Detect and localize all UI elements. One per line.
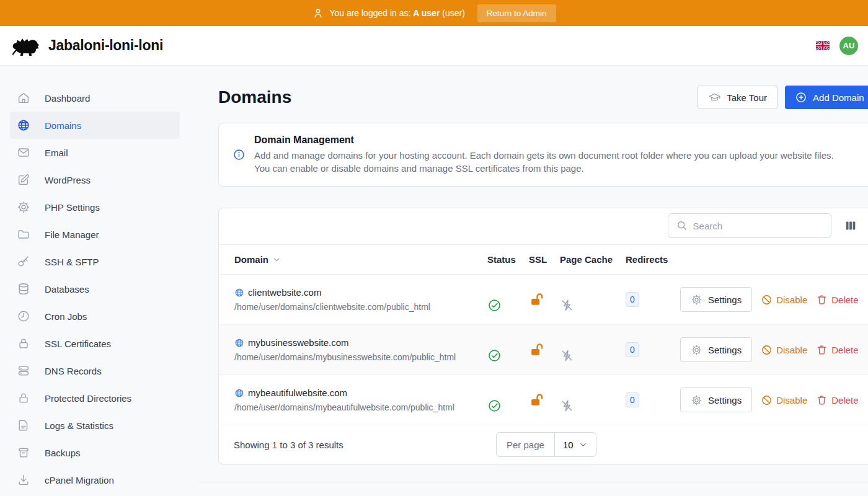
sidebar-item-cron-jobs[interactable]: Cron Jobs — [10, 303, 180, 330]
globe-icon — [17, 118, 30, 132]
section-divider — [198, 482, 868, 482]
disable-button[interactable]: Disable — [761, 344, 807, 356]
sidebar-item-dashboard[interactable]: Dashboard — [10, 84, 180, 112]
sidebar-item-label: Logs & Statistics — [45, 420, 113, 431]
sidebar-item-file-manager[interactable]: File Manager — [10, 221, 180, 248]
disable-button[interactable]: Disable — [761, 294, 807, 306]
sidebar-item-label: PHP Settings — [45, 202, 100, 213]
sidebar-item-cpanel-migration[interactable]: cPanel Migration — [10, 466, 180, 494]
globe-icon — [234, 288, 244, 298]
column-header-status: Status — [487, 254, 529, 265]
sidebar-item-label: Backups — [45, 448, 81, 458]
user-icon — [312, 7, 324, 19]
globe-icon — [234, 338, 244, 348]
column-toggle-button[interactable] — [843, 218, 859, 234]
banner-user-role: (user) — [442, 8, 465, 18]
pencil-square-icon — [17, 173, 30, 187]
sidebar-item-email[interactable]: Email — [10, 139, 180, 166]
delete-button[interactable]: Delete — [816, 394, 858, 406]
ban-icon — [761, 344, 773, 356]
row-actions: Settings Disable Delete — [680, 388, 864, 412]
sidebar-item-ssl-certificates[interactable]: SSL Certificates — [10, 330, 180, 357]
page-cache-off-icon — [560, 348, 626, 363]
delete-button[interactable]: Delete — [816, 294, 858, 306]
table-header-row: Domain Status SSL Page Cache Redirects — [219, 245, 868, 275]
sidebar-item-dns-records[interactable]: DNS Records — [10, 357, 180, 384]
redirects-count-badge[interactable]: 0 — [626, 392, 639, 407]
sidebar-item-logs-statistics[interactable]: Logs & Statistics — [10, 412, 180, 439]
brand-link[interactable]: Jabaloni-loni-loni — [10, 35, 163, 56]
info-card-body: Add and manage domains for your hosting … — [254, 149, 849, 175]
chevron-down-icon — [578, 440, 588, 450]
info-card: Domain Management Add and manage domains… — [218, 123, 868, 187]
clock-icon — [17, 309, 30, 323]
sidebar-item-label: DNS Records — [45, 366, 102, 376]
uk-flag-icon[interactable] — [816, 41, 830, 50]
per-page-select[interactable]: Per page 10 — [496, 432, 596, 457]
header-right: AU — [816, 37, 858, 55]
sidebar-item-label: Protected Directories — [45, 393, 131, 404]
domain-path: /home/user/domains/mybusinesswebsite.com… — [234, 352, 487, 362]
return-to-admin-button[interactable]: Return to Admin — [477, 4, 556, 22]
status-enabled-icon — [487, 348, 529, 363]
sidebar-item-protected-directories[interactable]: Protected Directories — [10, 384, 180, 412]
add-domain-label: Add Domain — [813, 92, 864, 103]
sidebar-item-label: Cron Jobs — [45, 311, 87, 322]
ssl-unlocked-icon — [529, 342, 560, 358]
sidebar-item-domains[interactable]: Domains — [10, 112, 180, 139]
status-enabled-icon — [487, 298, 529, 312]
main-content: Domains Take Tour Add Domain Domain Mana… — [198, 66, 868, 496]
document-icon — [17, 418, 30, 432]
table-row: clientwebsite.com /home/user/domains/cli… — [219, 275, 868, 325]
sidebar-item-label: Email — [45, 148, 68, 158]
sidebar-item-php-settings[interactable]: PHP Settings — [10, 193, 180, 221]
domain-cell: mybeautifulwebsite.com /home/user/domain… — [234, 388, 487, 412]
domain-cell: mybusinesswebsite.com /home/user/domains… — [234, 337, 487, 362]
gear-icon — [17, 200, 30, 214]
ban-icon — [761, 394, 773, 406]
settings-button[interactable]: Settings — [680, 287, 752, 312]
key-icon — [17, 255, 30, 268]
add-domain-button[interactable]: Add Domain — [785, 86, 868, 109]
sidebar-item-label: WordPress — [45, 175, 91, 185]
delete-button[interactable]: Delete — [816, 344, 858, 356]
search-input[interactable] — [693, 221, 823, 231]
per-page-value: 10 — [563, 440, 574, 450]
row-actions: Settings Disable Delete — [680, 287, 864, 312]
plus-circle-icon — [795, 91, 807, 104]
take-tour-label: Take Tour — [727, 92, 767, 103]
sidebar-item-databases[interactable]: Databases — [10, 275, 180, 303]
settings-button[interactable]: Settings — [680, 388, 752, 412]
columns-icon — [844, 219, 857, 232]
ban-icon — [761, 294, 773, 306]
lock-icon — [17, 391, 30, 405]
redirects-count-badge[interactable]: 0 — [626, 292, 639, 307]
gear-icon — [691, 394, 702, 406]
domains-table-card: Domain Status SSL Page Cache Redirects c… — [218, 208, 868, 464]
settings-button[interactable]: Settings — [680, 337, 752, 362]
column-header-page-cache: Page Cache — [560, 254, 626, 265]
gear-icon — [691, 294, 702, 306]
globe-icon — [234, 388, 244, 398]
row-actions: Settings Disable Delete — [680, 337, 864, 362]
boar-logo-icon — [10, 35, 40, 56]
redirects-count-badge[interactable]: 0 — [626, 342, 639, 357]
archive-box-icon — [17, 446, 30, 459]
take-tour-button[interactable]: Take Tour — [698, 86, 777, 109]
domain-path: /home/user/domains/clientwebsite.com/pub… — [234, 302, 487, 312]
sidebar-item-label: File Manager — [45, 229, 99, 240]
table-footer: Showing 1 to 3 of 3 results Per page 10 — [219, 425, 868, 464]
disable-button[interactable]: Disable — [761, 394, 807, 406]
sidebar-item-backups[interactable]: Backups — [10, 439, 180, 466]
avatar[interactable]: AU — [839, 37, 858, 55]
sidebar-item-ssh-sftp[interactable]: SSH & SFTP — [10, 248, 180, 275]
lock-icon — [17, 337, 30, 350]
sidebar-item-wordpress[interactable]: WordPress — [10, 166, 180, 193]
graduation-cap-icon — [708, 91, 721, 104]
status-enabled-icon — [487, 399, 529, 413]
mail-icon — [17, 146, 30, 159]
page-title: Domains — [218, 87, 291, 107]
ssl-unlocked-icon — [529, 392, 560, 408]
banner-prefix: You are logged in as: — [329, 8, 410, 18]
column-header-domain[interactable]: Domain — [234, 254, 487, 265]
